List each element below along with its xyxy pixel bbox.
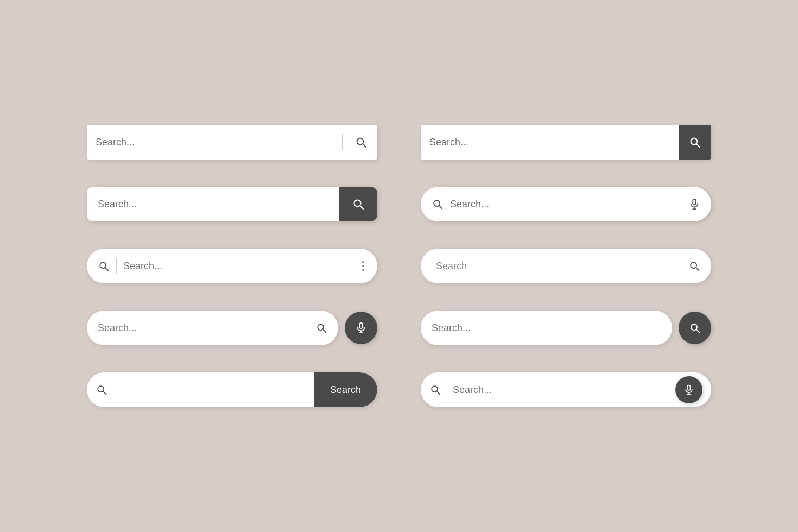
search-input-8[interactable] <box>432 322 661 334</box>
svg-point-20 <box>691 324 697 330</box>
svg-rect-17 <box>359 323 363 328</box>
search-bars-grid: Search <box>87 125 711 407</box>
search-input-10[interactable] <box>453 384 670 396</box>
svg-point-11 <box>100 262 106 268</box>
search-bar-7 <box>87 311 377 345</box>
svg-line-1 <box>363 144 366 148</box>
microphone-icon[interactable] <box>688 198 700 210</box>
search-icon <box>429 384 441 396</box>
svg-point-4 <box>354 200 361 207</box>
svg-point-15 <box>318 324 324 330</box>
search-icon-btn-1[interactable] <box>345 125 377 160</box>
svg-rect-26 <box>688 385 691 390</box>
search-icon <box>315 322 327 334</box>
search-bar-10 <box>421 372 711 407</box>
search-circle-button[interactable] <box>679 312 711 344</box>
vertical-divider <box>447 382 447 397</box>
mic-circle-button-2[interactable] <box>675 376 702 403</box>
search-bar-8 <box>421 311 711 345</box>
search-bar-5 <box>87 249 377 283</box>
dot <box>362 265 364 267</box>
microphone-icon <box>355 322 367 334</box>
search-bar-inner-7 <box>87 311 338 345</box>
search-icon <box>432 198 444 210</box>
svg-line-14 <box>696 268 699 270</box>
search-icon <box>98 260 110 272</box>
divider-1 <box>342 134 343 150</box>
microphone-icon <box>683 384 694 395</box>
dot <box>362 269 364 271</box>
svg-point-13 <box>691 262 696 268</box>
search-icon <box>689 322 701 334</box>
search-bar-1 <box>87 125 377 160</box>
vertical-divider <box>116 258 117 274</box>
search-icon-btn-2[interactable] <box>679 125 711 160</box>
search-input-5[interactable] <box>123 261 353 272</box>
search-input-1[interactable] <box>87 137 342 148</box>
svg-point-0 <box>357 138 364 145</box>
svg-line-25 <box>437 391 440 394</box>
mic-circle-button[interactable] <box>345 312 377 344</box>
search-icon-btn-3[interactable] <box>339 187 377 221</box>
svg-point-22 <box>98 386 104 392</box>
search-icon[interactable] <box>688 260 700 272</box>
svg-point-24 <box>432 386 438 392</box>
svg-point-6 <box>434 200 440 206</box>
search-input-7[interactable] <box>98 322 311 334</box>
search-bar-9: Search <box>87 372 377 407</box>
search-input-3[interactable] <box>87 199 339 210</box>
search-input-2[interactable] <box>421 137 679 148</box>
search-bar-3 <box>87 187 377 221</box>
more-options-button[interactable] <box>360 259 366 273</box>
search-bar-4 <box>421 187 711 221</box>
search-input-6[interactable] <box>436 261 682 272</box>
svg-line-3 <box>697 144 700 148</box>
search-icon <box>96 384 107 396</box>
svg-line-12 <box>105 268 108 270</box>
svg-line-16 <box>323 330 326 332</box>
search-bar-inner-8 <box>421 311 672 345</box>
search-icon <box>352 198 365 211</box>
search-input-4[interactable] <box>450 199 682 210</box>
svg-rect-8 <box>693 199 696 205</box>
search-input-9[interactable] <box>116 384 314 396</box>
svg-line-7 <box>439 206 442 208</box>
search-text-button[interactable]: Search <box>314 372 377 407</box>
dot <box>362 261 364 263</box>
search-icon-left <box>87 384 116 396</box>
search-bar-6 <box>421 249 711 283</box>
svg-point-2 <box>691 138 698 145</box>
svg-line-23 <box>103 391 106 394</box>
svg-line-21 <box>696 330 699 332</box>
search-bar-2 <box>421 125 711 160</box>
svg-line-5 <box>360 206 364 210</box>
search-icon <box>354 136 368 149</box>
search-icon <box>688 136 701 149</box>
